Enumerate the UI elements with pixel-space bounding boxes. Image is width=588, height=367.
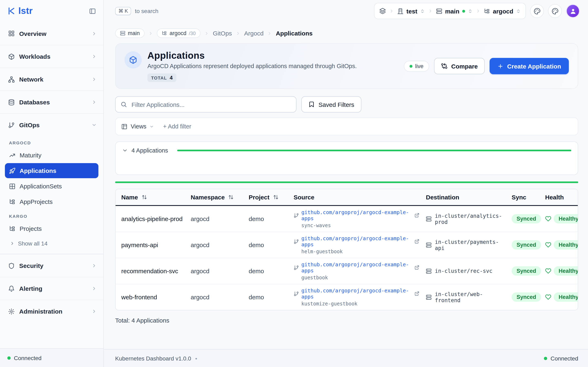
breadcrumb-link-argocd[interactable]: Argocd [244, 30, 264, 37]
external-link-icon[interactable] [415, 291, 419, 296]
sidebar-section-kargo: KARGO [0, 210, 103, 221]
chevron-right-icon [91, 100, 97, 105]
sidebar-item-security[interactable]: Security [0, 254, 103, 277]
views-dropdown[interactable]: Views [121, 123, 154, 130]
views-label: Views [131, 123, 146, 130]
sidebar-item-applicationsets[interactable]: ApplicationSets [5, 179, 98, 194]
group-label: 4 Applications [131, 147, 168, 154]
add-filter-button[interactable]: + Add filter [163, 123, 191, 130]
sidebar-item-workloads[interactable]: Workloads [0, 45, 103, 68]
column-header-namespace[interactable]: Namespace [187, 189, 245, 206]
chevrons-up-down-icon [468, 9, 472, 13]
folder-tree-icon [9, 198, 16, 205]
collapse-sidebar-button[interactable] [87, 6, 98, 16]
breadcrumb-link-gitops[interactable]: GitOps [213, 30, 232, 37]
total-badge: TOTAL 4 [147, 73, 176, 82]
sidebar-show-all[interactable]: Show all 14 [0, 236, 103, 250]
sort-icon[interactable] [273, 194, 278, 200]
table-header-row: Name Namespace Project Source Destinatio… [116, 189, 578, 206]
layout-icon [121, 123, 127, 129]
app-destination: in-cluster/payments-api [423, 232, 508, 258]
breadcrumb-resource-pill[interactable]: argocd /30 [157, 29, 201, 38]
sort-icon[interactable] [228, 194, 234, 200]
source-path: kustomize-guestbook [301, 301, 419, 307]
app-name[interactable]: payments-api [116, 232, 187, 258]
destination-text: in-cluster/analytics-prod [435, 213, 505, 225]
layout-grid-icon [9, 183, 16, 189]
palette-theme-button[interactable] [530, 4, 544, 18]
sidebar-item-alerting[interactable]: Alerting [0, 277, 103, 300]
cube-icon [129, 56, 137, 64]
app-health: Healthy [542, 206, 578, 232]
saved-filters-button[interactable]: Saved Filters [301, 96, 361, 113]
source-repo-link[interactable]: github.com/argoproj/argocd-example-apps [301, 261, 412, 274]
create-application-button[interactable]: Create Application [490, 58, 569, 74]
column-header-project[interactable]: Project [245, 189, 290, 206]
sidebar-item-administration[interactable]: Administration [0, 300, 103, 323]
breadcrumb-current: Applications [276, 30, 312, 37]
app-logo[interactable]: lstr [7, 6, 33, 16]
show-all-label: Show all 14 [18, 240, 48, 247]
sidebar-item-network[interactable]: Network [0, 68, 103, 91]
sidebar-item-overview[interactable]: Overview [0, 22, 103, 45]
table-row[interactable]: analytics-pipeline-prod argocd demo gith… [116, 206, 578, 232]
column-header-name[interactable]: Name [116, 189, 187, 206]
chevron-right-icon [236, 31, 241, 36]
context-resource-select[interactable]: argocd [484, 8, 521, 15]
applications-badge [125, 51, 142, 68]
chevron-right-icon [10, 241, 15, 246]
applications-group-box: 4 Applications [115, 142, 578, 175]
search-hint-text: to search [135, 8, 158, 14]
sidebar-item-projects[interactable]: Projects [5, 221, 98, 236]
sidebar-item-databases[interactable]: Databases [0, 91, 103, 113]
palette-icon [552, 8, 558, 15]
chevron-down-icon [122, 148, 128, 153]
sidebar-item-gitops[interactable]: GitOps [0, 113, 103, 136]
applications-table: Name Namespace Project Source Destinatio… [115, 189, 578, 310]
applications-group-header[interactable]: 4 Applications [122, 147, 571, 154]
column-label: Sync [512, 194, 526, 201]
sidebar-item-label: Maturity [20, 152, 42, 159]
app-name[interactable]: recommendation-svc [116, 258, 187, 284]
external-link-icon[interactable] [415, 213, 419, 218]
app-sync: Synced [508, 232, 542, 258]
global-search[interactable]: ⌘ K to search [115, 7, 158, 15]
table-row[interactable]: payments-api argocd demo github.com/argo… [116, 232, 578, 258]
sort-icon[interactable] [142, 194, 147, 200]
context-layers-button[interactable] [380, 8, 386, 14]
sidebar-item-applications[interactable]: Applications [5, 163, 98, 178]
chevrons-up-down-icon [420, 9, 425, 13]
sidebar-item-appprojects[interactable]: AppProjects [5, 194, 98, 209]
external-link-icon[interactable] [415, 265, 419, 270]
user-avatar[interactable] [566, 4, 580, 18]
git-branch-icon [294, 265, 299, 270]
layers-icon [380, 8, 386, 14]
external-link-icon[interactable] [415, 239, 419, 244]
sidebar-item-maturity[interactable]: Maturity [5, 148, 98, 163]
folder-tree-icon [162, 31, 167, 36]
chevron-down-icon [91, 122, 97, 128]
source-path: helm-guestbook [301, 249, 419, 254]
package-icon [8, 53, 15, 60]
sync-status-badge: Synced [512, 266, 541, 276]
compare-button[interactable]: Compare [434, 58, 485, 74]
color-scheme-button[interactable] [548, 4, 562, 18]
chevron-right-icon [389, 8, 394, 13]
table-row[interactable]: recommendation-svc argocd demo github.co… [116, 258, 578, 284]
app-name[interactable]: analytics-pipeline-prod [116, 206, 187, 232]
live-label: live [415, 63, 424, 69]
context-cluster-select[interactable]: main [436, 8, 472, 15]
filter-applications-input[interactable] [131, 100, 291, 108]
column-label: Destination [426, 194, 459, 201]
context-org-select[interactable]: test [398, 8, 425, 15]
app-source: github.com/argoproj/argocd-example-apps … [290, 284, 423, 310]
source-repo-link[interactable]: github.com/argoproj/argocd-example-apps [301, 209, 412, 221]
app-name[interactable]: web-frontend [116, 284, 187, 310]
source-repo-link[interactable]: github.com/argoproj/argocd-example-apps [301, 287, 412, 300]
column-label: Source [294, 194, 314, 201]
breadcrumb-env-label: main [128, 30, 140, 36]
source-repo-link[interactable]: github.com/argoproj/argocd-example-apps [301, 235, 412, 248]
page-title: Applications [147, 50, 357, 61]
table-row[interactable]: web-frontend argocd demo github.com/argo… [116, 284, 578, 310]
breadcrumb-env-pill[interactable]: main [115, 29, 145, 38]
